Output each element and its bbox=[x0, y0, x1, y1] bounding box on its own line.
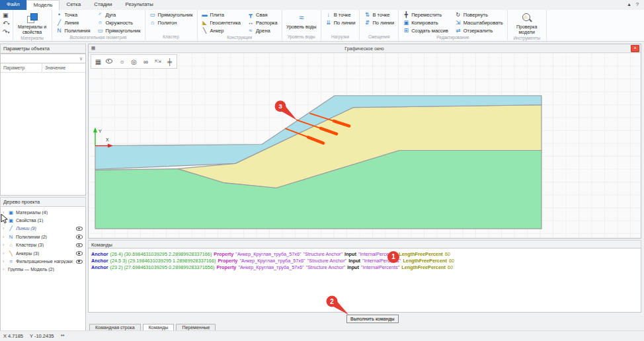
tree-item-filtration-loads[interactable]: › ≈ Фильтрационные нагрузки (8) bbox=[1, 257, 85, 265]
tree-item-lines[interactable]: › ╱ Линии (9) bbox=[1, 225, 85, 233]
expand-icon[interactable]: › bbox=[3, 218, 6, 223]
tree-item-materials[interactable]: › ▣ Материалы (4) bbox=[1, 208, 85, 216]
visibility-eye-icon[interactable] bbox=[76, 250, 83, 256]
drain-button[interactable]: ≈Дрена bbox=[246, 26, 279, 34]
tree-item-properties[interactable]: › ▣ Свойства (1) bbox=[1, 216, 85, 224]
ribbon: Файл Модель Сетка Стадии Результаты ▣ ↶▾… bbox=[0, 0, 644, 42]
expand-icon[interactable]: › bbox=[3, 243, 6, 247]
pile-button[interactable]: ┳Свая bbox=[246, 11, 279, 19]
group-label-displacements: Смещения bbox=[362, 34, 395, 40]
anchor-button[interactable]: ╲Анкер bbox=[200, 26, 243, 34]
layers-visibility-icon[interactable]: ◎ bbox=[129, 58, 139, 65]
expand-icon[interactable]: › bbox=[3, 226, 6, 231]
circle-button[interactable]: ○Окружность bbox=[95, 19, 141, 26]
group-label-structures: Конструкции bbox=[200, 34, 279, 41]
cluster-rectangle-button[interactable]: ▭Прямоугольник bbox=[148, 11, 194, 19]
water-level-button[interactable]: ≈ Уровень воды bbox=[285, 11, 318, 30]
display-settings-icon[interactable]: ╪ bbox=[165, 58, 175, 65]
expand-icon[interactable]: › bbox=[3, 210, 6, 215]
scale-button[interactable]: ⇲Масштабировать bbox=[454, 19, 504, 26]
tree-item-polylines[interactable]: › Ν Полилинии (2) bbox=[1, 233, 85, 241]
visibility-eye-icon[interactable] bbox=[76, 258, 83, 265]
graphics-canvas[interactable]: Y X 3 bbox=[89, 53, 641, 238]
save-button[interactable]: ▣ bbox=[3, 12, 10, 19]
rotate-button[interactable]: ↻Повернуть bbox=[454, 11, 504, 19]
tab-results[interactable]: Результаты bbox=[119, 0, 160, 10]
load-at-point-button[interactable]: ↓В точке bbox=[324, 11, 357, 19]
polyline-button[interactable]: ΝПолилиния bbox=[55, 26, 92, 34]
create-array-button[interactable]: ⊞Создать массив bbox=[401, 26, 450, 34]
fit-view-icon[interactable]: ⇱⇲ bbox=[153, 59, 163, 64]
status-bar: X 4.7185 Y -10.2435 ** bbox=[0, 330, 644, 341]
visibility-eye-icon[interactable] bbox=[76, 242, 83, 248]
line-button[interactable]: ╱Линия bbox=[55, 19, 92, 26]
tab-mesh[interactable]: Сетка bbox=[60, 0, 87, 10]
ribbon-collapse-icon[interactable]: ▴ bbox=[628, 1, 631, 7]
visibility-eye-icon[interactable] bbox=[76, 233, 83, 240]
strut-button[interactable]: ↔Распорка bbox=[246, 19, 279, 26]
cluster-polygon-button[interactable]: ⌂Полигон bbox=[148, 19, 194, 26]
geosynthetics-icon: ◣ bbox=[202, 19, 208, 26]
copy-button[interactable]: ▣Копировать bbox=[401, 19, 450, 26]
expand-icon[interactable]: › bbox=[3, 251, 6, 256]
rotate-icon: ↻ bbox=[455, 11, 462, 18]
group-editing: ╋Переместить ▣Копировать ⊞Создать массив… bbox=[399, 10, 507, 40]
commands-panel: Команды Anchor(26 4) (30.6984631039295 2… bbox=[88, 240, 641, 313]
plate-button[interactable]: ▬Плита bbox=[200, 11, 243, 19]
point-button[interactable]: •Точка bbox=[55, 11, 92, 19]
point-icon: • bbox=[56, 11, 63, 18]
close-icon[interactable]: × bbox=[631, 45, 639, 52]
tab-model[interactable]: Модель bbox=[26, 0, 60, 10]
cluster-rectangle-icon: ▭ bbox=[149, 11, 156, 18]
expand-icon[interactable]: › bbox=[3, 267, 6, 272]
merged-view-icon[interactable]: ∞ bbox=[141, 58, 151, 65]
param-column-header: Параметр bbox=[1, 63, 42, 72]
quick-access-toolbar: ▣ ↶▾ ↷▾ bbox=[0, 10, 13, 40]
move-button[interactable]: ╋Переместить bbox=[401, 11, 450, 19]
value-column-header: Значение bbox=[42, 63, 65, 72]
materials-tree-icon: ▣ bbox=[8, 209, 14, 215]
geosynthetics-button[interactable]: ◣Геосинтетика bbox=[200, 19, 243, 26]
command-line: Anchor(24.5 3) (29.1984631039295 1.28989… bbox=[91, 258, 638, 264]
rectangle-button[interactable]: ▭Прямоугольник bbox=[95, 26, 141, 34]
redo-dropdown-icon[interactable]: ▾ bbox=[8, 30, 10, 34]
undo-icon: ↶ bbox=[3, 20, 8, 26]
execute-commands-button[interactable]: Выполнить команды bbox=[346, 315, 399, 323]
lines-tree-icon: ╱ bbox=[8, 225, 14, 231]
modified-flag: ** bbox=[61, 333, 65, 339]
coordinate-axes: Y X bbox=[93, 128, 113, 148]
undo-dropdown-icon[interactable]: ▾ bbox=[8, 22, 10, 26]
arc-icon: ◜ bbox=[97, 11, 103, 18]
redo-button[interactable]: ↷▾ bbox=[3, 28, 10, 36]
strut-icon: ↔ bbox=[247, 19, 254, 26]
annotation-balloon-3: 3 bbox=[275, 100, 298, 120]
expand-icon[interactable]: › bbox=[3, 259, 6, 264]
tree-item-clusters[interactable]: › ⌂ Кластеры (3) bbox=[1, 241, 85, 249]
polyline-icon: Ν bbox=[56, 27, 63, 34]
tree-item-groups-model[interactable]: › Группы — Модель (2) bbox=[1, 266, 85, 274]
visibility-eye-icon[interactable] bbox=[76, 225, 83, 232]
tab-stages[interactable]: Стадии bbox=[87, 0, 118, 10]
expand-icon[interactable]: › bbox=[3, 235, 6, 239]
group-materials: Материалы и свойства Материалы bbox=[13, 10, 52, 40]
undo-button[interactable]: ↶▾ bbox=[3, 20, 10, 27]
load-along-line-button[interactable]: ⇊По линии bbox=[324, 19, 357, 26]
check-model-button[interactable]: ⚠ Проверка модели bbox=[510, 11, 543, 35]
displacement-along-line-button[interactable]: ⇵По линии bbox=[362, 19, 395, 26]
tile-windows-icon[interactable]: ▦ bbox=[93, 58, 103, 65]
check-model-icon: ⚠ bbox=[522, 13, 532, 23]
ellipse-view-icon[interactable]: ○ bbox=[117, 58, 127, 65]
commands-editor[interactable]: Anchor(26 4) (30.6984631039295 2.2898992… bbox=[88, 248, 641, 313]
arc-button[interactable]: ◜Дуга bbox=[95, 11, 141, 19]
tab-file[interactable]: Файл bbox=[0, 0, 26, 10]
mirror-button[interactable]: ⇄Отзеркалить bbox=[454, 26, 504, 34]
anchor-icon: ╲ bbox=[202, 27, 208, 34]
visibility-eye-toolbar-icon[interactable] bbox=[105, 57, 115, 65]
window-layout-icon[interactable]: ▦ bbox=[89, 46, 98, 51]
view-toolbar: ▦ ○ ◎ ∞ ⇱⇲ ╪ bbox=[91, 54, 177, 69]
displacement-at-point-button[interactable]: ⇅В точке bbox=[362, 11, 395, 19]
object-selector-dropdown[interactable]: ∨ bbox=[0, 54, 86, 63]
tree-item-anchors[interactable]: › ╲ Анкеры (3) bbox=[1, 249, 85, 257]
materials-properties-button[interactable]: Материалы и свойства bbox=[16, 11, 49, 35]
help-icon[interactable]: ? bbox=[636, 1, 639, 7]
